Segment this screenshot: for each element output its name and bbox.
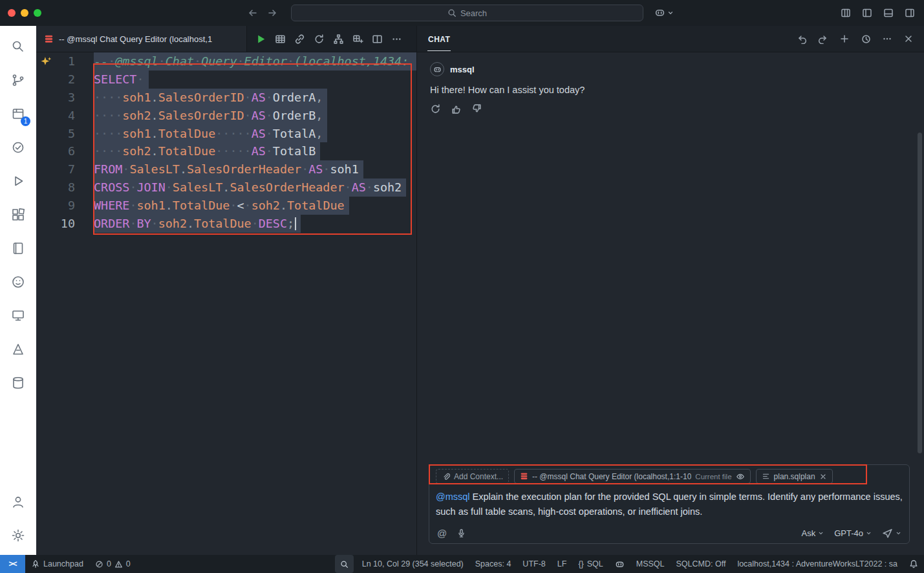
add-context-chip[interactable]: Add Context... bbox=[436, 469, 509, 484]
code-line[interactable]: WHERE·soh1.TotalDue·<·soh2.TotalDue bbox=[75, 197, 416, 215]
minimize-window-button[interactable] bbox=[21, 9, 28, 17]
connection-item[interactable]: localhost,1434 : AdventureWorksLT2022 : … bbox=[731, 555, 903, 573]
mention-icon[interactable]: @ bbox=[437, 528, 447, 538]
activity-database[interactable] bbox=[3, 366, 34, 400]
more-actions-icon[interactable] bbox=[882, 34, 892, 44]
run-query-button[interactable] bbox=[255, 34, 266, 45]
activity-references[interactable]: 1 bbox=[3, 97, 34, 131]
chat-scrollbar[interactable] bbox=[918, 133, 922, 453]
remove-chip-icon[interactable] bbox=[819, 473, 827, 481]
code-line[interactable]: ····soh1.SalesOrderID·AS·OrderA, bbox=[75, 89, 416, 107]
redo-icon[interactable] bbox=[818, 34, 828, 44]
line-number[interactable]: 5 bbox=[36, 125, 75, 143]
activity-source-control[interactable] bbox=[3, 63, 34, 97]
mssql-item[interactable]: MSSQL bbox=[630, 555, 671, 573]
line-number[interactable]: 9 bbox=[36, 197, 75, 215]
search-input[interactable]: Search bbox=[291, 5, 643, 21]
line-number[interactable]: 8 bbox=[36, 178, 75, 197]
activity-extensions[interactable] bbox=[3, 198, 34, 232]
language-item[interactable]: {} SQL bbox=[572, 555, 608, 573]
toggle-secondary-sidebar-icon[interactable] bbox=[905, 8, 915, 18]
schema-hierarchy-icon[interactable] bbox=[333, 34, 344, 45]
change-connection-icon[interactable] bbox=[314, 34, 325, 45]
github-icon bbox=[10, 274, 26, 290]
zoom-window-button[interactable] bbox=[34, 9, 41, 17]
problems-item[interactable]: 0 0 bbox=[89, 555, 136, 573]
toggle-panel-icon[interactable] bbox=[883, 8, 894, 18]
launchpad-item[interactable]: Launchpad bbox=[25, 555, 89, 573]
chat-tab[interactable]: CHAT bbox=[427, 27, 451, 51]
code-editor[interactable]: 12345678910 --·@mssql·Chat·Query·Editor·… bbox=[36, 52, 416, 555]
errors-icon bbox=[95, 560, 103, 568]
indentation-item[interactable]: Spaces: 4 bbox=[469, 555, 517, 573]
notifications-item[interactable] bbox=[903, 555, 924, 573]
undo-icon[interactable] bbox=[797, 34, 807, 44]
close-window-button[interactable] bbox=[8, 9, 16, 17]
eol-item[interactable]: LF bbox=[552, 555, 573, 573]
database-file-icon bbox=[520, 472, 528, 481]
activity-github[interactable] bbox=[3, 265, 34, 299]
mode-picker[interactable]: Ask bbox=[802, 528, 824, 538]
editor-tab-bar: -- @mssql Chat Query Editor (localhost,1 bbox=[36, 26, 416, 52]
current-file-chip[interactable]: -- @mssql Chat Query Editor (localhost,1… bbox=[514, 469, 751, 484]
code-line[interactable]: --·@mssql·Chat·Query·Editor·(localhost,1… bbox=[75, 52, 416, 70]
remote-indicator[interactable]: >< bbox=[0, 555, 25, 573]
activity-run-debug[interactable] bbox=[3, 164, 34, 198]
sqlcmd-item[interactable]: SQLCMD: Off bbox=[671, 555, 732, 573]
line-number[interactable]: 3 bbox=[36, 89, 75, 107]
new-chat-icon[interactable] bbox=[839, 34, 850, 44]
activity-notebooks[interactable] bbox=[3, 232, 34, 265]
eye-icon[interactable] bbox=[736, 472, 745, 481]
cursor-position-item[interactable]: Ln 10, Col 29 (354 selected) bbox=[356, 555, 469, 573]
code-line[interactable]: SELECT· bbox=[75, 70, 416, 89]
line-number[interactable]: 6 bbox=[36, 142, 75, 160]
plan-file-chip[interactable]: plan.sqlplan bbox=[756, 469, 833, 484]
estimated-plan-icon[interactable] bbox=[352, 34, 363, 45]
activity-accounts[interactable] bbox=[3, 485, 34, 519]
send-button[interactable] bbox=[882, 528, 901, 539]
code-line[interactable]: ····soh2.TotalDue·····AS·TotalB bbox=[75, 142, 416, 160]
navigate-forward-icon[interactable] bbox=[267, 8, 277, 18]
line-number[interactable]: 7 bbox=[36, 160, 75, 178]
search-icon bbox=[447, 8, 457, 17]
microphone-icon[interactable] bbox=[457, 528, 466, 538]
current-file-hint: Current file bbox=[695, 473, 731, 481]
code-line[interactable]: ORDER·BY·soh2.TotalDue·DESC; bbox=[75, 215, 416, 233]
line-number[interactable]: 2 bbox=[36, 70, 75, 89]
connection-label: localhost,1434 : AdventureWorksLT2022 : … bbox=[737, 559, 897, 568]
navigate-back-icon[interactable] bbox=[248, 8, 258, 18]
activity-search[interactable] bbox=[3, 30, 34, 63]
customize-layout-icon[interactable] bbox=[841, 8, 851, 18]
editor-tab[interactable]: -- @mssql Chat Query Editor (localhost,1 bbox=[36, 26, 247, 52]
thumbs-up-icon[interactable] bbox=[451, 103, 462, 114]
chat-input-container[interactable]: Add Context... -- @mssql Chat Query Edit… bbox=[429, 464, 910, 544]
results-grid-icon[interactable] bbox=[275, 34, 286, 45]
chat-message: mssql Hi there! How can I assist you tod… bbox=[417, 52, 924, 124]
activity-remote-explorer[interactable] bbox=[3, 299, 34, 332]
close-icon[interactable] bbox=[903, 34, 914, 44]
code-line[interactable]: ····soh1.TotalDue·····AS·TotalA, bbox=[75, 125, 416, 143]
line-number[interactable]: 4 bbox=[36, 107, 75, 125]
more-actions-icon[interactable] bbox=[391, 34, 402, 45]
chat-input-text[interactable]: @mssqlExplain the execution plan for the… bbox=[436, 490, 903, 519]
toggle-primary-sidebar-icon[interactable] bbox=[862, 8, 872, 18]
model-picker[interactable]: GPT-4o bbox=[834, 528, 872, 538]
connect-link-icon[interactable] bbox=[294, 34, 305, 45]
activity-azure[interactable] bbox=[3, 332, 34, 366]
activity-settings[interactable] bbox=[3, 519, 34, 552]
code-line[interactable]: CROSS·JOIN·SalesLT.SalesOrderHeader·AS·s… bbox=[75, 178, 416, 197]
copilot-menu-button[interactable] bbox=[654, 7, 674, 18]
line-number[interactable]: 1 bbox=[36, 52, 75, 70]
thumbs-down-icon[interactable] bbox=[471, 103, 482, 114]
split-editor-icon[interactable] bbox=[372, 34, 383, 45]
zoom-indicator[interactable] bbox=[335, 555, 354, 573]
history-icon[interactable] bbox=[861, 34, 871, 44]
prompt-text: Explain the execution plan for the provi… bbox=[436, 492, 903, 517]
line-number[interactable]: 10 bbox=[36, 215, 75, 233]
encoding-item[interactable]: UTF-8 bbox=[517, 555, 551, 573]
code-line[interactable]: FROM·SalesLT.SalesOrderHeader·AS·soh1 bbox=[75, 160, 416, 178]
regenerate-icon[interactable] bbox=[430, 103, 441, 114]
copilot-status-item[interactable] bbox=[609, 555, 630, 573]
activity-approvals[interactable] bbox=[3, 131, 34, 164]
code-line[interactable]: ····soh2.SalesOrderID·AS·OrderB, bbox=[75, 107, 416, 125]
